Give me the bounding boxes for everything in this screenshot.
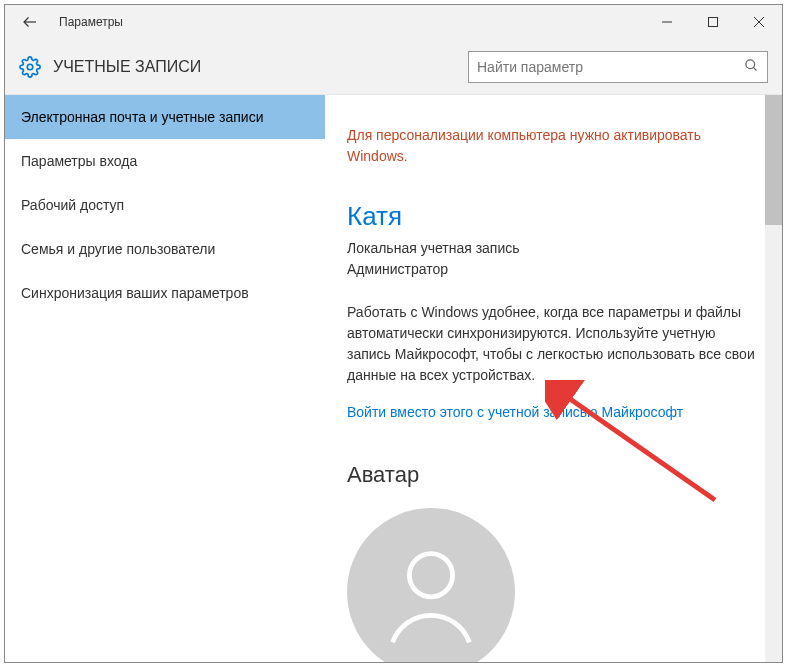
sidebar-item-label: Семья и другие пользователи <box>21 241 215 257</box>
page-title: УЧЕТНЫЕ ЗАПИСИ <box>53 58 201 76</box>
search-input[interactable] <box>477 59 744 75</box>
user-role: Администратор <box>347 259 760 280</box>
body: Электронная почта и учетные записи Парам… <box>5 95 782 662</box>
gear-icon <box>19 56 41 78</box>
titlebar: Параметры <box>5 5 782 39</box>
window-title: Параметры <box>59 15 123 29</box>
search-box[interactable] <box>468 51 768 83</box>
account-info-paragraph: Работать с Windows удобнее, когда все па… <box>347 302 760 386</box>
sidebar-item-label: Рабочий доступ <box>21 197 124 213</box>
sidebar-item-label: Синхронизация ваших параметров <box>21 285 249 301</box>
back-button[interactable] <box>13 5 47 39</box>
window-controls <box>644 5 782 39</box>
avatar-heading: Аватар <box>347 462 760 488</box>
settings-window: Параметры УЧЕТНЫЕ ЗАПИСИ <box>4 4 783 663</box>
sidebar-item-signin-options[interactable]: Параметры входа <box>5 139 325 183</box>
svg-rect-2 <box>709 18 718 27</box>
sidebar-item-sync-settings[interactable]: Синхронизация ваших параметров <box>5 271 325 315</box>
user-display-name: Катя <box>347 201 760 232</box>
sidebar-item-label: Параметры входа <box>21 153 137 169</box>
activation-warning: Для персонализации компьютера нужно акти… <box>347 125 760 167</box>
sidebar-item-family-users[interactable]: Семья и другие пользователи <box>5 227 325 271</box>
header-bar: УЧЕТНЫЕ ЗАПИСИ <box>5 39 782 95</box>
scrollbar-thumb[interactable] <box>765 95 782 225</box>
sidebar-item-label: Электронная почта и учетные записи <box>21 109 263 125</box>
svg-point-5 <box>27 64 33 70</box>
sidebar: Электронная почта и учетные записи Парам… <box>5 95 325 662</box>
sidebar-item-email-accounts[interactable]: Электронная почта и учетные записи <box>5 95 325 139</box>
svg-line-7 <box>753 67 756 70</box>
sidebar-item-work-access[interactable]: Рабочий доступ <box>5 183 325 227</box>
avatar-placeholder <box>347 508 515 662</box>
minimize-button[interactable] <box>644 5 690 39</box>
signin-microsoft-link[interactable]: Войти вместо этого с учетной записью Май… <box>347 404 760 420</box>
search-icon <box>744 58 759 76</box>
close-button[interactable] <box>736 5 782 39</box>
maximize-button[interactable] <box>690 5 736 39</box>
user-account-type: Локальная учетная запись <box>347 238 760 259</box>
svg-point-6 <box>746 59 755 68</box>
svg-point-8 <box>409 554 452 597</box>
content-pane: Для персонализации компьютера нужно акти… <box>325 95 782 662</box>
person-icon <box>371 532 491 652</box>
